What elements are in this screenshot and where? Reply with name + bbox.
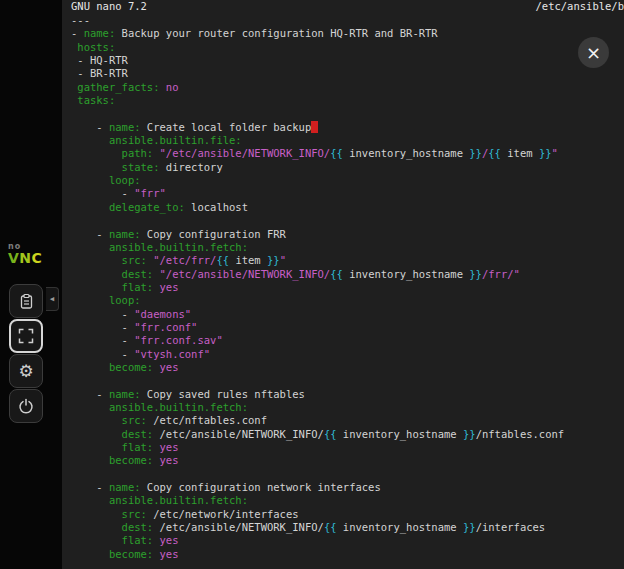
code-line: flat: yes <box>71 281 624 294</box>
code-segment: directory <box>160 161 223 173</box>
desktop: { "titlebar": { "app_title": "GNU nano 7… <box>0 0 624 569</box>
code-segment: "frr" <box>134 187 166 199</box>
nano-file-path: /etc/ansible/b <box>535 0 624 13</box>
code-line: become: yes <box>71 454 624 467</box>
code-segment: - <box>71 308 134 320</box>
code-line: - name: Copy configuration network inter… <box>71 481 624 494</box>
code-line: --- <box>71 14 624 27</box>
code-line: tasks: <box>71 94 624 107</box>
code-line: dest: /etc/ansible/NETWORK_INFO/{{ inven… <box>71 521 624 534</box>
code-line: - name: Copy configuration FRR <box>71 228 624 241</box>
code-segment: flat: <box>71 441 153 453</box>
code-segment: name: <box>84 27 116 39</box>
code-line: - name: Create local folder backup <box>71 121 624 134</box>
code-segment: }} <box>539 147 552 159</box>
code-segment: flat: <box>71 281 153 293</box>
code-segment: inventory_hostname <box>343 147 469 159</box>
code-segment: "/etc/frr/ <box>147 254 217 266</box>
close-icon: × <box>586 42 601 63</box>
code-segment: src: <box>71 254 147 266</box>
code-segment: src: <box>71 414 147 426</box>
code-segment: {{ <box>330 147 343 159</box>
code-segment: name: <box>109 228 141 240</box>
code-line <box>71 214 624 227</box>
novnc-logo: no VNC <box>8 243 42 266</box>
code-line: loop: <box>71 174 624 187</box>
code-line: src: /etc/network/interfaces <box>71 508 624 521</box>
code-line: dest: /etc/ansible/NETWORK_INFO/{{ inven… <box>71 428 624 441</box>
code-segment: yes <box>153 454 178 466</box>
code-line: - BR-RTR <box>71 67 624 80</box>
code-line: ansible.builtin.fetch: <box>71 241 624 254</box>
settings-button[interactable]: ⚙ <box>9 354 43 388</box>
code-segment: path: <box>71 147 153 159</box>
logo-letter: C <box>32 250 43 266</box>
power-icon <box>18 398 34 414</box>
code-segment: - <box>71 348 134 360</box>
code-line: flat: yes <box>71 441 624 454</box>
code-line: ansible.builtin.file: <box>71 134 624 147</box>
code-segment: src: <box>71 508 147 520</box>
close-button[interactable]: × <box>578 37 609 68</box>
code-line: - name: Copy saved rules nftables <box>71 388 624 401</box>
nano-titlebar: GNU nano 7.2 /etc/ansible/b <box>62 0 624 13</box>
code-segment: /nftables.conf <box>476 428 565 440</box>
clipboard-button[interactable] <box>9 284 43 318</box>
code-segment: }} <box>267 254 280 266</box>
code-segment: become: <box>71 454 153 466</box>
code-segment: yes <box>153 534 178 546</box>
code-segment: - <box>71 121 109 133</box>
code-segment: Copy configuration network interfaces <box>141 481 381 493</box>
code-segment: "/etc/ansible/NETWORK_INFO/ <box>153 268 330 280</box>
code-segment: ansible.builtin.file: <box>71 134 242 146</box>
terminal-window: GNU nano 7.2 /etc/ansible/b ---- name: B… <box>62 0 624 569</box>
gear-icon: ⚙ <box>18 363 33 380</box>
code-segment: yes <box>153 361 178 373</box>
code-segment: {{ <box>324 428 337 440</box>
code-line: state: directory <box>71 161 624 174</box>
code-segment: Create local folder backup <box>141 121 312 133</box>
code-segment: /interfaces <box>476 521 546 533</box>
code-segment: ansible.builtin.fetch: <box>71 401 248 413</box>
fullscreen-icon <box>18 328 34 344</box>
power-button[interactable] <box>9 389 43 423</box>
code-segment: /etc/ansible/NETWORK_INFO/ <box>153 521 324 533</box>
code-segment: {{ <box>324 521 337 533</box>
code-segment: inventory_hostname <box>337 521 463 533</box>
code-segment: loop: <box>71 174 141 186</box>
code-line: - "frr.conf.sav" <box>71 334 624 347</box>
code-segment: name: <box>109 121 141 133</box>
code-line: - "vtysh.conf" <box>71 348 624 361</box>
editor-content[interactable]: ---- name: Backup your router configurat… <box>62 14 624 569</box>
code-segment: - <box>71 27 84 39</box>
code-segment: - <box>71 321 134 333</box>
code-segment: hosts: <box>71 41 115 53</box>
code-line: - HQ-RTR <box>71 54 624 67</box>
code-line <box>71 107 624 120</box>
nano-app-title: GNU nano 7.2 <box>71 0 147 13</box>
code-segment: yes <box>153 441 178 453</box>
code-segment: {{ <box>330 268 343 280</box>
code-line: - "frr.conf" <box>71 321 624 334</box>
code-segment: item <box>229 254 267 266</box>
code-segment: gather_facts: <box>71 81 160 93</box>
code-line: become: yes <box>71 548 624 561</box>
fullscreen-button[interactable] <box>9 319 43 353</box>
code-line: become: yes <box>71 361 624 374</box>
code-segment: inventory_hostname <box>343 268 469 280</box>
control-bar-handle[interactable]: ◀ <box>46 287 59 311</box>
code-line: ansible.builtin.fetch: <box>71 401 624 414</box>
code-segment: {{ <box>488 147 501 159</box>
code-segment: }} <box>469 147 482 159</box>
code-segment: dest: <box>71 521 153 533</box>
code-line: - name: Backup your router configuration… <box>71 27 624 40</box>
code-segment: /etc/ansible/NETWORK_INFO/ <box>153 428 324 440</box>
code-segment: - <box>71 187 134 199</box>
code-line: loop: <box>71 294 624 307</box>
code-line: src: /etc/nftables.conf <box>71 414 624 427</box>
code-segment: flat: <box>71 534 153 546</box>
code-line: hosts: <box>71 41 624 54</box>
code-segment: /etc/network/interfaces <box>147 508 299 520</box>
code-segment: name: <box>109 481 141 493</box>
code-line <box>71 468 624 481</box>
